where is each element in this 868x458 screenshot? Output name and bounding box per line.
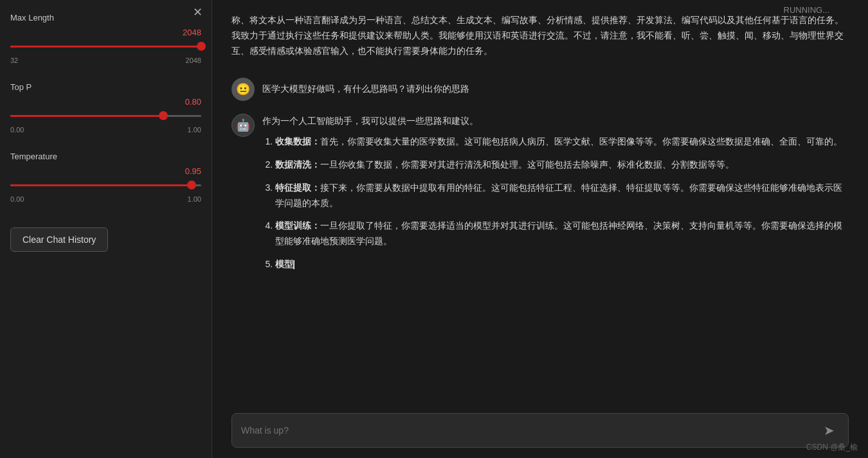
temperature-track (10, 184, 201, 186)
top-p-fill (10, 115, 163, 117)
typing-cursor (293, 260, 294, 269)
temperature-thumb[interactable] (187, 181, 196, 189)
temperature-fill (10, 184, 192, 186)
max-length-min: 32 (10, 57, 18, 64)
max-length-section: Max Length 2048 32 2048 (10, 13, 201, 64)
temperature-value: 0.95 (10, 166, 201, 176)
temperature-max: 1.00 (188, 195, 201, 203)
step-1: 收集数据：首先，你需要收集大量的医学数据。这可能包括病人病历、医学文献、医学图像… (275, 134, 849, 150)
max-length-fill (10, 46, 201, 48)
max-length-slider[interactable] (10, 40, 201, 53)
running-status: RUNNING... (784, 5, 830, 15)
assistant-intro: 作为一个人工智能助手，我可以提供一些思路和建议。 (262, 114, 849, 129)
input-area: ➤ (212, 403, 868, 458)
step-4-title: 模型训练： (275, 220, 320, 231)
max-length-max: 2048 (186, 57, 201, 64)
assistant-avatar: 🤖 (231, 114, 255, 137)
close-button[interactable]: ✕ (193, 6, 203, 18)
step-3: 特征提取：接下来，你需要从数据中提取有用的特征。这可能包括特征工程、特征选择、特… (275, 181, 849, 211)
main-panel: RUNNING... 称、将文本从一种语言翻译成为另一种语言、总结文本、生成文本… (212, 0, 868, 458)
step-2: 数据清洗：一旦你收集了数据，你需要对其进行清洗和预处理。这可能包括去除噪声、标准… (275, 157, 849, 173)
top-p-thumb[interactable] (159, 111, 168, 120)
assistant-continuation: 称、将文本从一种语言翻译成为另一种语言、总结文本、生成文本、编写故事、分析情感、… (231, 13, 849, 58)
step-3-title: 特征提取： (275, 182, 320, 193)
top-p-slider[interactable] (10, 109, 201, 122)
step-5: 模型 (275, 257, 849, 272)
max-length-track (10, 46, 201, 48)
assistant-steps-list: 收集数据：首先，你需要收集大量的医学数据。这可能包括病人病历、医学文献、医学图像… (262, 134, 849, 272)
step-5-title: 模型 (275, 259, 293, 269)
top-p-value: 0.80 (10, 97, 201, 107)
clear-chat-button[interactable]: Clear Chat History (10, 227, 108, 252)
user-message-block: 😐 医学大模型好做吗，有什么思路吗？请列出你的思路 (231, 78, 849, 101)
watermark: CSDN @桑_榆 (806, 442, 858, 453)
temperature-range: 0.00 1.00 (10, 195, 201, 203)
max-length-value: 2048 (10, 28, 201, 37)
top-p-section: Top P 0.80 0.00 1.00 (10, 82, 201, 134)
sidebar: ✕ Max Length 2048 32 2048 Top P 0.80 0.0… (0, 0, 212, 458)
top-p-max: 1.00 (188, 126, 201, 134)
assistant-message-block: 🤖 作为一个人工智能助手，我可以提供一些思路和建议。 收集数据：首先，你需要收集… (231, 114, 849, 279)
step-1-title: 收集数据： (275, 136, 320, 146)
step-4: 模型训练：一旦你提取了特征，你需要选择适当的模型并对其进行训练。这可能包括神经网… (275, 218, 849, 249)
assistant-content: 作为一个人工智能助手，我可以提供一些思路和建议。 收集数据：首先，你需要收集大量… (262, 114, 849, 279)
user-avatar: 😐 (231, 78, 255, 101)
max-length-label: Max Length (10, 13, 201, 22)
temperature-section: Temperature 0.95 0.00 1.00 (10, 152, 201, 203)
top-p-min: 0.00 (10, 126, 24, 134)
max-length-range: 32 2048 (10, 57, 201, 64)
user-bubble: 医学大模型好做吗，有什么思路吗？请列出你的思路 (262, 78, 469, 96)
max-length-thumb[interactable] (197, 42, 206, 51)
input-wrapper: ➤ (231, 413, 849, 448)
top-p-range: 0.00 1.00 (10, 126, 201, 134)
temperature-label: Temperature (10, 152, 201, 161)
send-button[interactable]: ➤ (818, 420, 839, 441)
temperature-slider[interactable] (10, 179, 201, 191)
chat-messages: 称、将文本从一种语言翻译成为另一种语言、总结文本、生成文本、编写故事、分析情感、… (212, 0, 868, 403)
top-p-label: Top P (10, 82, 201, 92)
top-p-track (10, 115, 201, 117)
chat-input[interactable] (241, 425, 818, 436)
step-2-title: 数据清洗： (275, 159, 320, 170)
temperature-min: 0.00 (10, 195, 24, 203)
